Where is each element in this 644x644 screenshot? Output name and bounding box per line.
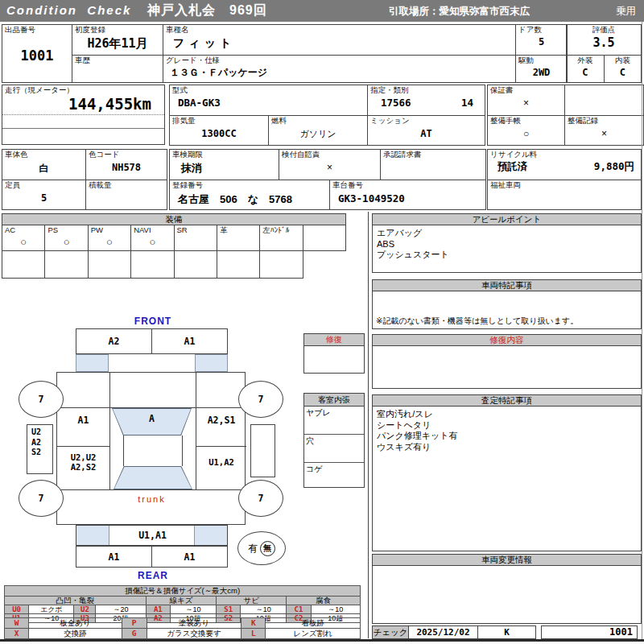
appeal-points-title: アピールポイント (373, 214, 641, 225)
wheel-front-right: 7 (238, 381, 283, 418)
doors-value: 5 (516, 36, 567, 47)
cabin-interior-box: 客室内張 ヤブレ 穴 コゲ (303, 393, 365, 488)
equipment-cell-leather: 革 (217, 225, 259, 251)
rear-bumper-left-code: A1 (76, 547, 152, 567)
legend-size: エクボ (29, 605, 74, 614)
interior-grade-value: C (605, 67, 642, 78)
first-registration-value: H26年11月 (72, 36, 163, 52)
exterior-grade-label: 外装 (567, 56, 604, 65)
cabin-interior-row-hole: 穴 (304, 435, 364, 463)
vehicle-category: 乗用 (616, 5, 636, 19)
approval-label: 承認請求書 (381, 150, 485, 159)
equipment-label-pw: PW (89, 225, 130, 235)
legend-mark-code: X (5, 629, 29, 639)
car-body-outline: A1 A A2,S1 U2,U2 A2,S2 U1,A2 trunk (56, 372, 246, 525)
legend-mark-code: G (122, 629, 147, 639)
maintenance-record-cell: 整備記録 × (565, 116, 644, 146)
diagram-rear-label: REAR (105, 570, 201, 581)
door-left-code-2: A2,S2 (57, 462, 109, 472)
insurance-value: × (279, 162, 380, 173)
column-divider-line (368, 212, 369, 638)
appeal-item: プッシュスタート (377, 250, 637, 261)
front-bumper-left-code: A2 (76, 329, 152, 353)
front-right-pillar-shade (195, 354, 228, 372)
appeal-item: エアバッグ (377, 228, 637, 239)
repair-marks-table: W 板金あり P 塗装あり K 看板跡 X 交換跡 G ガラス交換要す L レン… (4, 617, 361, 639)
equipment-label-extra (303, 225, 345, 226)
body-grid-line (196, 446, 246, 447)
special-notes-note: ※記載のない書類・機器等は無しとして取り扱います。 (376, 316, 578, 327)
color-code-cell: 色コード NH578 (86, 150, 167, 180)
warranty-value: × (488, 97, 564, 109)
equipment-empty-cell (174, 251, 217, 279)
registration-number-value: 名古屋 506 な 5768 (170, 192, 329, 207)
change-info-title: 車両変更情報 (373, 555, 641, 566)
legend-group-corrosion: 腐食 (287, 597, 361, 605)
capacity-cell: 定員 5 (2, 180, 86, 210)
drive-cell: 駆動 2WD (516, 56, 568, 83)
header-bar: Condition Check 神戸入札会 969回 引取場所：愛知県弥富市西末… (0, 0, 644, 22)
displacement-cell: 排気量 1300CC (170, 116, 269, 146)
maintenance-book-cell: 整備手帳 ○ (488, 116, 565, 146)
drive-label: 駆動 (516, 56, 567, 65)
rear-window-shape (114, 466, 192, 489)
displacement-label: 排気量 (170, 116, 268, 126)
chassis-number-label: 車台番号 (330, 180, 485, 190)
legend-size: ～10 (170, 605, 216, 614)
appeal-item: ABS (377, 239, 637, 250)
legend-size: ～20 (96, 605, 146, 614)
doors-label: ドア数 (516, 25, 567, 35)
check-label: チェック (373, 626, 409, 638)
left-side-code: U2 (31, 427, 52, 438)
door-right-code: U1,A2 (196, 457, 246, 467)
left-side-damage-box: U2 A2 S2 (27, 424, 53, 474)
legend-group-rust: サビ (217, 597, 287, 605)
equipment-cell-lhd: 左ﾊﾝﾄﾞﾙ (260, 225, 303, 251)
presence-no-circled: 無 (260, 541, 275, 556)
equipment-cell-ac: AC○ (2, 225, 45, 251)
equipment-hollow-cell (303, 251, 345, 279)
left-side-code: S2 (31, 448, 52, 458)
capacity-label: 定員 (2, 180, 85, 190)
legend-group-dent: 凸凹・亀裂 (5, 597, 147, 605)
score-cell: 評価点 3.5 (567, 25, 642, 56)
equipment-label-ac: AC (2, 225, 44, 235)
model-code-label: 型式 (170, 85, 367, 95)
diagram-front-label: FRONT (105, 316, 201, 327)
score-value: 3.5 (567, 35, 641, 50)
recycle-table: リサイクル料 預託済 9,880円 福祉車両 (487, 149, 642, 210)
equipment-value-ac: ○ (2, 236, 44, 248)
legend-code: U0 (5, 605, 29, 614)
equipment-empty-cell (217, 251, 259, 279)
legend-size: ～10 (241, 605, 287, 614)
grade-value: １３Ｇ・Ｆパッケージ (163, 66, 515, 80)
presence-mark: 有 無 (237, 531, 286, 565)
equipment-value-ps: ○ (45, 236, 87, 248)
wheel-rear-left: 7 (19, 480, 64, 517)
welfare-label: 福祉車両 (488, 180, 641, 190)
check-date: 2025/12/02 (409, 626, 478, 638)
type-class-cell: 指定・類別 17566 14 (368, 85, 485, 116)
legend-mark-desc: 交換跡 (29, 629, 122, 639)
rear-panel-code: U1,A1 (76, 530, 229, 541)
recycle-label: リサイクル料 (488, 150, 641, 159)
assessment-item: 室内汚れ/スレ (377, 409, 637, 420)
warranty-cell: 保証書 × (488, 85, 565, 116)
fuel-cell: 燃料 ガソリン (269, 116, 368, 146)
roof-line (182, 436, 183, 466)
model-code-value: DBA-GK3 (170, 97, 367, 109)
special-notes-panel: 車両特記事項 ※記載のない書類・機器等は無しとして取り扱います。 (372, 279, 642, 329)
mileage-box: 走行（現メーター） 144,455km (2, 85, 165, 145)
first-registration-label: 初度登録 (72, 25, 163, 35)
legend-mark-desc: 塗装あり (147, 618, 242, 629)
assessment-item: シートヘタリ (377, 420, 637, 431)
check-inspector: K (478, 626, 535, 638)
documents-table: 保証書 × 整備手帳 ○ 整備記録 × (487, 85, 644, 146)
chassis-number-cell: 車台番号 GK3-1049520 (330, 180, 486, 210)
approval-cell: 承認請求書 (381, 150, 486, 180)
interior-grade-cell: 内装 C (604, 56, 642, 83)
equipment-cell-navi: NAVI○ (131, 225, 174, 251)
presence-yes: 有 (249, 542, 258, 555)
recycle-status: 預託済 (497, 160, 528, 174)
repair-detail-panel: 修復内容 (372, 334, 642, 389)
